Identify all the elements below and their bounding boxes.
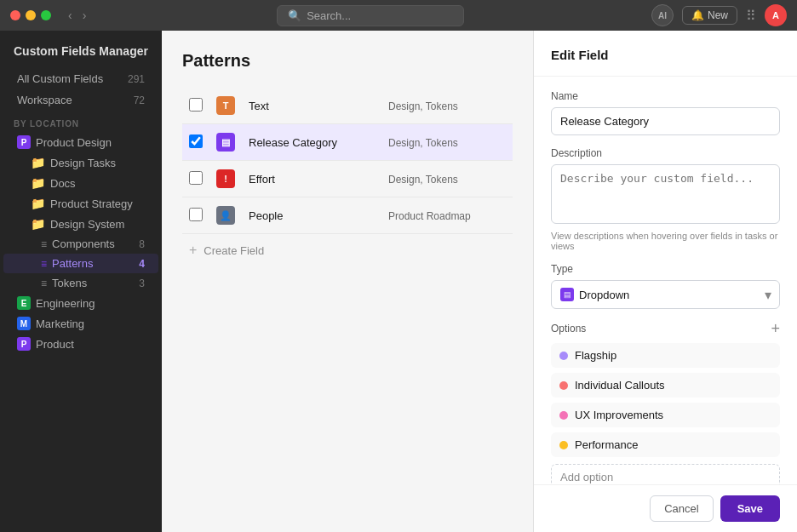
edit-panel-header: Edit Field: [534, 31, 797, 77]
dropdown-type-icon: ▤: [560, 288, 574, 301]
type-icon-text: T: [216, 96, 235, 115]
description-textarea[interactable]: [551, 164, 780, 224]
forward-button[interactable]: ›: [79, 7, 90, 24]
option-dot-purple: [559, 352, 568, 360]
option-dot-pink: [559, 411, 568, 420]
marketing-icon: M: [17, 317, 31, 330]
plus-icon: +: [189, 243, 197, 258]
cancel-button[interactable]: Cancel: [650, 495, 713, 522]
type-select-wrapper: ▤ Dropdown ▾: [551, 280, 780, 309]
titlebar-search-area: 🔍 Search...: [96, 5, 645, 26]
maximize-button[interactable]: [41, 10, 51, 20]
by-location-label: BY LOCATION: [0, 111, 162, 132]
description-label: Description: [551, 147, 780, 159]
add-option-icon-btn[interactable]: +: [771, 321, 780, 336]
create-field-label: Create Field: [204, 244, 264, 257]
option-dot-yellow: [559, 441, 568, 449]
menu-icon-active: ≡: [41, 258, 47, 270]
center-panel: Patterns T Text Design, Tokens ▤: [162, 31, 533, 532]
sidebar-item-components[interactable]: ≡ Components 8: [3, 234, 158, 254]
option-individual-callouts[interactable]: Individual Callouts: [551, 373, 780, 398]
search-placeholder: Search...: [307, 9, 351, 22]
table-row[interactable]: T Text Design, Tokens: [182, 88, 513, 124]
sidebar-item-workspace[interactable]: Workspace 72: [3, 89, 158, 111]
titlebar-nav: ‹ ›: [65, 7, 89, 24]
sidebar-item-product[interactable]: P Product: [3, 334, 158, 354]
sidebar-item-all-custom-fields[interactable]: All Custom Fields 291: [3, 68, 158, 89]
fields-table: T Text Design, Tokens ▤ Release Category…: [182, 88, 513, 234]
description-hint: View descriptions when hovering over fie…: [551, 231, 780, 251]
folder-icon: 📁: [31, 176, 45, 190]
engineering-icon: E: [17, 296, 31, 310]
menu-icon: ≡: [41, 238, 47, 250]
menu-icon: ≡: [41, 277, 47, 289]
option-performance[interactable]: Performance: [551, 432, 780, 457]
add-option-button[interactable]: Add option: [551, 464, 780, 484]
options-header: Options +: [551, 321, 780, 336]
type-label: Type: [551, 263, 780, 275]
edit-panel: Edit Field Name Description View descrip…: [533, 31, 797, 532]
name-input[interactable]: [551, 107, 780, 135]
titlebar: ‹ › 🔍 Search... AI 🔔 New ⠿ A: [0, 0, 797, 31]
type-icon-dropdown: ▤: [216, 133, 235, 152]
row-checkbox[interactable]: [189, 208, 203, 221]
table-row[interactable]: 👤 People Product Roadmap: [182, 197, 513, 234]
folder-icon: 📁: [31, 197, 45, 210]
name-label: Name: [551, 90, 780, 102]
create-field-button[interactable]: + Create Field: [182, 234, 513, 266]
options-label: Options: [551, 323, 586, 335]
new-button[interactable]: 🔔 New: [682, 6, 737, 25]
sidebar-title: Custom Fields Manager: [0, 44, 162, 68]
avatar[interactable]: A: [765, 4, 787, 26]
edit-panel-body: Name Description View descriptions when …: [534, 77, 797, 484]
save-button[interactable]: Save: [720, 495, 780, 522]
minimize-button[interactable]: [26, 10, 36, 20]
close-button[interactable]: [10, 10, 20, 20]
folder-icon: 📁: [31, 156, 45, 169]
sidebar-item-engineering[interactable]: E Engineering: [3, 293, 158, 313]
folder-icon: 📁: [31, 217, 45, 231]
back-button[interactable]: ‹: [65, 7, 76, 24]
option-label: Individual Callouts: [575, 379, 665, 392]
sidebar-item-design-tasks[interactable]: 📁 Design Tasks: [3, 152, 158, 173]
titlebar-right: AI 🔔 New ⠿ A: [651, 4, 787, 26]
table-row[interactable]: ▤ Release Category Design, Tokens: [182, 124, 513, 161]
edit-panel-footer: Cancel Save: [534, 484, 797, 532]
sidebar-item-docs[interactable]: 📁 Docs: [3, 173, 158, 193]
sidebar-item-marketing[interactable]: M Marketing: [3, 313, 158, 334]
option-dot-red: [559, 381, 568, 390]
option-ux-improvements[interactable]: UX Improvements: [551, 403, 780, 427]
search-bar[interactable]: 🔍 Search...: [277, 5, 464, 26]
grid-icon[interactable]: ⠿: [746, 8, 756, 24]
option-label: Flagship: [575, 349, 616, 362]
bell-icon: 🔔: [691, 9, 704, 21]
sidebar-item-product-strategy[interactable]: 📁 Product Strategy: [3, 193, 158, 214]
traffic-lights: [10, 10, 51, 20]
type-value: Dropdown: [579, 289, 629, 301]
table-row[interactable]: ! Effort Design, Tokens: [182, 161, 513, 197]
sidebar: Custom Fields Manager All Custom Fields …: [0, 31, 162, 532]
product-icon: P: [17, 337, 31, 351]
panel-title: Patterns: [182, 51, 513, 71]
option-flagship[interactable]: Flagship: [551, 343, 780, 368]
sidebar-item-tokens[interactable]: ≡ Tokens 3: [3, 273, 158, 293]
type-icon-people: 👤: [216, 206, 235, 225]
main-content: Custom Fields Manager All Custom Fields …: [0, 31, 797, 532]
edit-panel-title: Edit Field: [551, 48, 780, 76]
ai-badge[interactable]: AI: [651, 4, 674, 26]
option-label: UX Improvements: [575, 409, 663, 421]
row-checkbox[interactable]: [189, 171, 203, 185]
product-design-icon: P: [17, 135, 31, 149]
sidebar-item-design-system[interactable]: 📁 Design System: [3, 214, 158, 234]
row-checkbox[interactable]: [189, 98, 203, 112]
search-icon: 🔍: [288, 9, 301, 22]
option-label: Performance: [575, 438, 638, 451]
row-checkbox[interactable]: [189, 134, 203, 148]
type-icon-effort: !: [216, 169, 235, 188]
sidebar-item-patterns[interactable]: ≡ Patterns 4: [3, 254, 158, 273]
sidebar-item-product-design[interactable]: P Product Design: [3, 132, 158, 152]
type-select[interactable]: ▤ Dropdown: [551, 280, 780, 309]
